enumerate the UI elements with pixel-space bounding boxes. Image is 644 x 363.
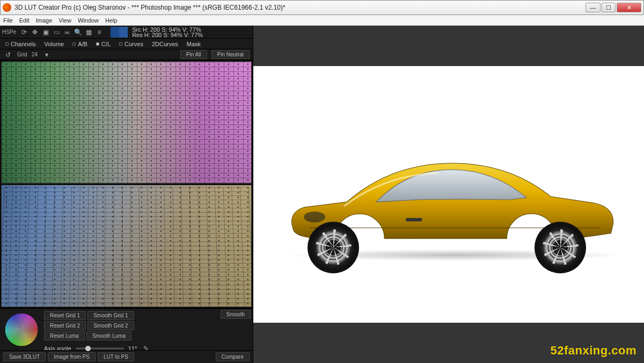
pin-neutral-button[interactable]: Pin Neutral	[211, 50, 250, 59]
app-icon	[3, 3, 11, 12]
grid-value[interactable]: 24	[32, 52, 38, 57]
window-title: 3D LUT Creator Pro (c) Oleg Sharonov - *…	[14, 4, 586, 11]
bars-icon[interactable]: ≡	[94, 27, 104, 37]
color-readout: Src H: 200 S: 94% V: 77% Res H: 200 S: 9…	[132, 27, 203, 38]
svg-point-0	[304, 212, 325, 222]
toolbar: HSPe ⟳ ✥ ▣ ▭ ⫘ 🔍 ▦ ≡ Src H: 200 S: 94% V…	[0, 26, 253, 39]
grid-label: Grid	[17, 52, 27, 57]
color-grids	[0, 60, 253, 308]
menu-view[interactable]: View	[58, 17, 71, 24]
reset-controls: Reset Grid 1 Smooth Grid 1 Reset Grid 2 …	[44, 311, 151, 348]
tab-2dcurves[interactable]: 2DCurves	[149, 40, 181, 48]
link-icon[interactable]: ⫘	[62, 27, 72, 37]
mode-label[interactable]: HSPe	[2, 29, 16, 35]
left-panel: HSPe ⟳ ✥ ▣ ▭ ⫘ 🔍 ▦ ≡ Src H: 200 S: 94% V…	[0, 26, 253, 363]
smooth-grid2-button[interactable]: Smooth Grid 2	[87, 321, 134, 330]
maximize-button[interactable]: ☐	[602, 3, 616, 12]
menu-edit[interactable]: Edit	[19, 17, 30, 24]
rear-wheel	[535, 222, 586, 273]
menu-window[interactable]: Window	[78, 17, 99, 24]
minimize-button[interactable]: —	[586, 3, 601, 12]
tab-channels[interactable]: Channels	[2, 40, 39, 48]
undo-icon[interactable]: ↺	[3, 50, 13, 60]
footer-bar: Save 3DLUT Image from PS LUT to PS Compa…	[0, 350, 253, 363]
menubar: File Edit Image View Window Help	[0, 15, 644, 26]
svg-rect-1	[406, 218, 422, 221]
lut-to-ps-button[interactable]: LUT to PS	[98, 352, 134, 361]
grid-header: ↺ Grid 24 ▾ Pin All Pin Neutral	[0, 49, 253, 60]
select-icon[interactable]: ▭	[52, 27, 61, 37]
zoom-icon[interactable]: 🔍	[73, 27, 83, 37]
bottom-panel: Reset Grid 1 Smooth Grid 1 Reset Grid 2 …	[0, 308, 253, 350]
workspace: HSPe ⟳ ✥ ▣ ▭ ⫘ 🔍 ▦ ≡ Src H: 200 S: 94% V…	[0, 26, 644, 363]
reset-grid2-button[interactable]: Reset Grid 2	[44, 321, 86, 330]
preview-wrap	[253, 26, 644, 363]
close-button[interactable]: ✕	[617, 3, 641, 12]
crop-icon[interactable]: ▣	[41, 27, 50, 37]
window-controls: — ☐ ✕	[586, 3, 641, 12]
front-wheel	[308, 222, 359, 273]
color-swatch[interactable]	[111, 27, 128, 38]
color-wheel[interactable]	[2, 311, 41, 349]
smooth-grid1-button[interactable]: Smooth Grid 1	[87, 311, 134, 320]
dropdown-icon[interactable]: ▾	[42, 50, 52, 60]
reset-grid1-button[interactable]: Reset Grid 1	[44, 311, 86, 320]
menu-help[interactable]: Help	[105, 17, 118, 24]
smooth-button[interactable]: Smooth	[221, 310, 251, 319]
refresh-icon[interactable]: ⟳	[19, 27, 29, 37]
tab-curves[interactable]: Curves	[116, 40, 147, 48]
image-from-ps-button[interactable]: Image from PS	[48, 352, 96, 361]
tab-cl[interactable]: C/L	[93, 40, 114, 48]
watermark: 52fanxing.com	[550, 344, 636, 358]
preview-panel: 52fanxing.com	[253, 26, 644, 363]
axis-slider[interactable]	[76, 347, 124, 350]
tabbar: Channels Volume A/B C/L Curves 2DCurves …	[0, 39, 253, 49]
menu-file[interactable]: File	[3, 17, 13, 24]
move-icon[interactable]: ✥	[30, 27, 40, 37]
preview-image[interactable]	[253, 66, 644, 322]
compare-button[interactable]: Compare	[216, 352, 250, 361]
reset-luma-button[interactable]: Reset Luma	[44, 331, 85, 340]
grid-icon[interactable]: ▦	[84, 27, 93, 37]
smooth-luma-button[interactable]: Smooth Luma	[86, 331, 131, 340]
save-3dlut-button[interactable]: Save 3DLUT	[3, 352, 46, 361]
pin-all-button[interactable]: Pin All	[180, 50, 207, 59]
car-graphic	[277, 148, 621, 266]
titlebar: 3D LUT Creator Pro (c) Oleg Sharonov - *…	[0, 0, 644, 15]
tab-ab[interactable]: A/B	[69, 40, 91, 48]
tab-volume[interactable]: Volume	[41, 40, 67, 48]
menu-image[interactable]: Image	[36, 17, 53, 24]
tab-mask[interactable]: Mask	[184, 40, 204, 48]
hue-grid-top[interactable]	[1, 61, 252, 184]
hue-grid-bottom[interactable]	[1, 185, 252, 307]
